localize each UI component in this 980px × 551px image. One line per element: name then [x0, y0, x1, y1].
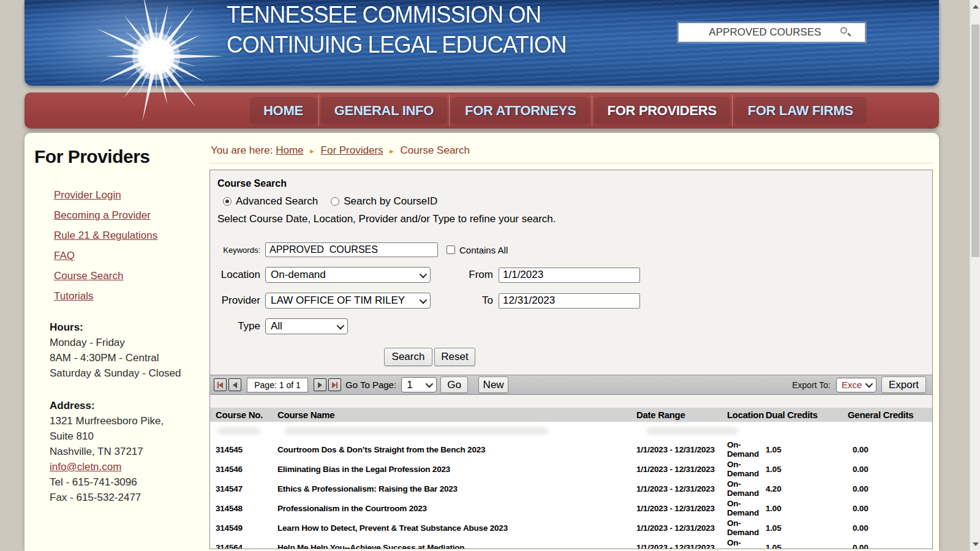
go-button[interactable]: Go	[440, 377, 468, 393]
address-line: 1321 Murfreesboro Pike,	[50, 413, 202, 429]
chevron-down-icon	[420, 270, 428, 278]
provider-select[interactable]: LAW OFFICE OF TIM RILEY	[265, 293, 431, 309]
hours-label: Hours:	[50, 320, 202, 335]
nav-item-for-law-firms[interactable]: FOR LAW FIRMS	[734, 97, 867, 124]
nav-separator	[318, 95, 319, 126]
search-form: Keywords: Contains All Location On-deman…	[217, 242, 925, 366]
chevron-down-icon	[865, 380, 873, 388]
chevron-down-icon	[426, 380, 434, 388]
goto-page-select[interactable]: 1	[401, 377, 437, 392]
table-row[interactable]: 314547Ethics & Professionalism: Raising …	[210, 479, 932, 498]
type-select[interactable]: All	[265, 318, 348, 334]
table-row[interactable]: 314545Courtroom Dos & Don’ts Straight fr…	[210, 440, 932, 459]
to-label: To	[455, 294, 493, 307]
from-label: From	[455, 269, 493, 281]
main-column: You are here: Home ▸ For Providers ▸ Cou…	[202, 133, 939, 551]
sidebar-item-provider-login[interactable]: Provider Login	[54, 189, 121, 201]
table-row[interactable]: 314549Learn How to Detect, Prevent & Tre…	[210, 518, 932, 538]
export-button[interactable]: Export	[881, 377, 926, 393]
hours-line: Monday - Friday	[50, 335, 202, 350]
prev-page-button[interactable]	[228, 378, 241, 391]
scrollbar-down-icon[interactable]	[973, 542, 979, 546]
advanced-search-label: Advanced Search	[236, 195, 318, 208]
address-block: Address: 1321 Murfreesboro Pike, Suite 8…	[50, 398, 202, 505]
course-search-panel: Course Search Advanced Search Search by …	[209, 170, 933, 549]
contains-all-checkbox[interactable]	[447, 246, 455, 254]
prev-page-icon	[233, 382, 237, 388]
page-container: TENNESSEE COMMISSION ON CONTINUING LEGAL…	[24, 0, 939, 551]
breadcrumb-home-link[interactable]: Home	[276, 144, 303, 156]
table-row[interactable]: 314564Help Me Help You--Achieve Success …	[210, 538, 932, 549]
from-date-input[interactable]	[499, 268, 640, 283]
next-page-button[interactable]	[314, 378, 326, 391]
table-row-redacted	[210, 422, 932, 440]
last-page-icon	[332, 382, 336, 388]
nav-item-general-info[interactable]: GENERAL INFO	[321, 97, 447, 124]
nav-item-home[interactable]: HOME	[250, 97, 317, 124]
sidebar-item-tutorials[interactable]: Tutorials	[54, 290, 94, 302]
first-page-button[interactable]	[214, 378, 227, 391]
sidebar-item-course-search[interactable]: Course Search	[54, 270, 123, 282]
scrollbar-thumb[interactable]	[971, 24, 979, 257]
hours-block: Hours: Monday - Friday 8AM - 4:30PM - Ce…	[50, 320, 202, 381]
search-button[interactable]: Search	[384, 348, 432, 366]
location-label: Location	[217, 269, 260, 281]
sidebar-item-becoming-a-provider[interactable]: Becoming a Provider	[54, 209, 151, 221]
export-to-label: Export To:	[792, 380, 831, 390]
table-header: Course No. Course Name Date Range Locati…	[210, 408, 932, 422]
search-by-courseid-radio[interactable]	[331, 197, 339, 206]
advanced-search-radio[interactable]	[223, 197, 232, 206]
hours-line: Saturday & Sunday - Closed	[50, 365, 202, 381]
sidebar-item-rule-21-regulations[interactable]: Rule 21 & Regulations	[54, 230, 157, 241]
keywords-input[interactable]	[265, 242, 438, 257]
sidebar-item-faq[interactable]: FAQ	[54, 250, 75, 261]
search-instructions: Select Course Date, Location, Provider a…	[217, 213, 925, 225]
new-button[interactable]: New	[478, 377, 508, 393]
reset-button[interactable]: Reset	[434, 348, 475, 366]
page-info: Page: 1 of 1	[247, 378, 308, 392]
col-dual-credits: Dual Credits	[766, 410, 848, 420]
nav-item-for-attorneys[interactable]: FOR ATTORNEYS	[451, 97, 589, 124]
content-area: For Providers Provider Login Becoming a …	[24, 133, 939, 551]
contains-all-label: Contains All	[459, 245, 508, 255]
col-location: Location	[727, 410, 766, 420]
header-search-input[interactable]	[692, 26, 839, 39]
header-search-box[interactable]	[678, 23, 865, 42]
sidebar: For Providers Provider Login Becoming a …	[24, 133, 202, 551]
last-page-button[interactable]	[328, 378, 341, 391]
scrollbar-up-icon[interactable]	[973, 5, 979, 9]
site-title-line1: TENNESSEE COMMISSION ON	[227, 0, 567, 30]
sidebar-links: Provider Login Becoming a Provider Rule …	[54, 189, 202, 302]
keywords-label: Keywords:	[217, 246, 260, 255]
col-general-credits: General Credits	[848, 410, 932, 420]
type-label: Type	[217, 320, 260, 332]
next-page-icon	[318, 382, 322, 388]
nav-separator	[449, 95, 450, 126]
results-table: Course No. Course Name Date Range Locati…	[210, 408, 932, 549]
nav-separator	[592, 95, 592, 126]
breadcrumb-prefix: You are here:	[211, 144, 273, 156]
to-date-input[interactable]	[499, 293, 640, 309]
email-link[interactable]: info@cletn.com	[50, 461, 121, 473]
table-row[interactable]: 314546Eliminating Bias in the Legal Prof…	[210, 459, 932, 479]
first-page-icon	[219, 382, 223, 388]
site-header: TENNESSEE COMMISSION ON CONTINUING LEGAL…	[24, 0, 939, 86]
panel-title: Course Search	[217, 178, 925, 189]
search-icon[interactable]	[840, 26, 852, 39]
breadcrumb-arrow-icon: ▸	[306, 146, 318, 156]
nav-item-for-providers[interactable]: FOR PROVIDERS	[594, 97, 730, 124]
hours-line: 8AM - 4:30PM - Central	[50, 350, 202, 365]
export-format-select[interactable]: Excel	[836, 378, 876, 392]
table-row[interactable]: 314548Professionalism in the Courtroom 2…	[210, 498, 932, 518]
chevron-down-icon	[337, 321, 345, 329]
breadcrumb-current: Course Search	[401, 144, 470, 156]
col-course-name: Course Name	[277, 410, 636, 420]
sidebar-title: For Providers	[34, 146, 202, 167]
breadcrumb-for-providers-link[interactable]: For Providers	[321, 144, 383, 156]
browser-scrollbar[interactable]	[970, 0, 980, 551]
breadcrumb: You are here: Home ▸ For Providers ▸ Cou…	[209, 133, 933, 163]
fax-line: Fax - 615-532-2477	[50, 490, 202, 505]
location-select[interactable]: On-demand	[265, 267, 431, 283]
tel-line: Tel - 615-741-3096	[50, 474, 202, 490]
pagination-bar: Page: 1 of 1 Go To Page: 1 Go New Export…	[210, 375, 932, 395]
